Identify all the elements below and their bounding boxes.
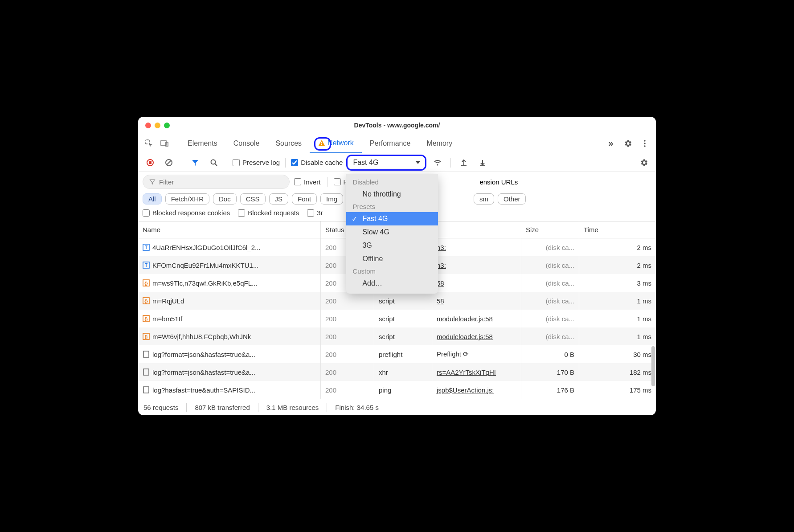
- request-initiator[interactable]: n3:: [432, 238, 521, 256]
- type-pill-css[interactable]: CSS: [240, 193, 266, 205]
- request-initiator[interactable]: rs=AA2YrTskXiTqHI: [432, 363, 521, 381]
- request-name: log?format=json&hasfast=true&a...: [152, 351, 255, 358]
- svg-rect-29: [143, 351, 149, 357]
- menu-header-custom: Custom: [346, 266, 438, 277]
- type-pill-all[interactable]: All: [143, 193, 162, 205]
- close-window-button[interactable]: [145, 123, 151, 128]
- third-party-checkbox[interactable]: 3r: [307, 209, 323, 217]
- request-size: (disk ca...: [521, 256, 579, 274]
- request-status: 200: [321, 345, 374, 363]
- svg-text:{}: {}: [144, 335, 148, 339]
- import-har-icon[interactable]: [475, 155, 490, 170]
- tab-elements[interactable]: Elements: [180, 134, 225, 153]
- font-file-icon: T: [143, 244, 150, 251]
- footer-finish: Finish: 34.65 s: [335, 404, 379, 411]
- preserve-log-checkbox[interactable]: Preserve log: [233, 159, 280, 166]
- request-size: (disk ca...: [521, 274, 579, 292]
- request-size: (disk ca...: [521, 327, 579, 345]
- tab-performance[interactable]: Performance: [362, 134, 419, 153]
- col-name[interactable]: Name: [138, 221, 321, 238]
- record-button[interactable]: [143, 155, 158, 170]
- request-name: 4UaRrENHsxJlGDuGo1OIlJfC6l_2...: [152, 244, 261, 251]
- filter-input[interactable]: [143, 175, 290, 189]
- inspect-element-icon[interactable]: [142, 136, 157, 151]
- svg-rect-3: [321, 142, 322, 143]
- footer-requests: 56 requests: [143, 404, 178, 411]
- tab-console[interactable]: Console: [225, 134, 268, 153]
- menu-item-offline[interactable]: Offline: [346, 252, 438, 266]
- script-file-icon: {}: [143, 315, 150, 322]
- menu-item-add[interactable]: Add…: [346, 277, 438, 290]
- request-initiator[interactable]: 58: [432, 292, 521, 310]
- request-initiator[interactable]: 58: [432, 274, 521, 292]
- request-time: 182 ms: [579, 363, 656, 381]
- footer-transferred: 807 kB transferred: [195, 404, 250, 411]
- table-row[interactable]: log?hasfast=true&auth=SAPISID...200pingj…: [138, 381, 656, 399]
- type-pill-wasm[interactable]: sm: [474, 193, 494, 205]
- request-initiator[interactable]: moduleloader.js:58: [432, 310, 521, 327]
- menu-item-no-throttling[interactable]: No throttling: [346, 188, 438, 201]
- type-pill-img[interactable]: Img: [320, 193, 343, 205]
- svg-text:T: T: [145, 263, 147, 268]
- minimize-window-button[interactable]: [155, 123, 160, 128]
- tab-sources[interactable]: Sources: [267, 134, 310, 153]
- request-time: 1 ms: [579, 292, 656, 310]
- request-name: m=Wt6vjf,hhhU8,FCpbqb,WhJNk: [152, 333, 251, 340]
- col-time[interactable]: Time: [579, 221, 656, 238]
- type-pill-doc[interactable]: Doc: [213, 193, 237, 205]
- font-file-icon: T: [143, 262, 150, 269]
- svg-rect-2: [166, 142, 168, 146]
- table-row[interactable]: {}m=RqjULd200script58(disk ca...1 ms: [138, 292, 656, 310]
- search-icon[interactable]: [206, 155, 221, 170]
- device-toolbar-icon[interactable]: [157, 136, 172, 151]
- invert-checkbox[interactable]: Invert: [294, 178, 321, 186]
- request-initiator[interactable]: n3:: [432, 256, 521, 274]
- col-size[interactable]: Size: [521, 221, 579, 238]
- request-name: log?format=json&hasfast=true&a...: [152, 368, 255, 376]
- request-initiator[interactable]: moduleloader.js:58: [432, 327, 521, 345]
- table-row[interactable]: log?format=json&hasfast=true&a...200xhrr…: [138, 363, 656, 381]
- type-pill-fetch-xhr[interactable]: Fetch/XHR: [165, 193, 209, 205]
- menu-item-3g[interactable]: 3G: [346, 239, 438, 252]
- request-initiator[interactable]: Preflight ⟳: [432, 345, 521, 363]
- blocked-requests-checkbox[interactable]: Blocked requests: [238, 209, 299, 217]
- svg-point-12: [211, 160, 216, 164]
- extension-urls-label-fragment: ension URLs: [479, 178, 518, 186]
- svg-rect-4: [321, 144, 322, 145]
- clear-button[interactable]: [161, 155, 176, 170]
- settings-icon[interactable]: [620, 136, 635, 151]
- menu-item-fast-4g[interactable]: Fast 4G: [346, 212, 438, 225]
- network-conditions-icon[interactable]: [430, 155, 445, 170]
- table-row[interactable]: log?format=json&hasfast=true&a...200pref…: [138, 345, 656, 363]
- type-pill-font[interactable]: Font: [292, 193, 317, 205]
- type-pill-js[interactable]: JS: [269, 193, 289, 205]
- blocked-response-cookies-checkbox[interactable]: Blocked response cookies: [143, 209, 230, 217]
- more-tabs-icon[interactable]: »: [603, 136, 618, 151]
- menu-header-disabled: Disabled: [346, 176, 438, 188]
- request-name: m=bm51tf: [152, 315, 182, 323]
- request-size: (disk ca...: [521, 292, 579, 310]
- throttling-select[interactable]: Fast 4G Disabled No throttling Presets F…: [346, 155, 426, 171]
- request-time: 3 ms: [579, 274, 656, 292]
- maximize-window-button[interactable]: [164, 123, 170, 128]
- export-har-icon[interactable]: [456, 155, 471, 170]
- kebab-menu-icon[interactable]: [637, 136, 652, 151]
- request-time: 2 ms: [579, 256, 656, 274]
- request-initiator[interactable]: jspb$UserAction.js:: [432, 381, 521, 399]
- menu-item-slow-4g[interactable]: Slow 4G: [346, 225, 438, 239]
- table-row[interactable]: {}m=bm51tf200scriptmoduleloader.js:58(di…: [138, 310, 656, 327]
- request-status: 200: [321, 292, 374, 310]
- svg-text:{}: {}: [144, 299, 148, 303]
- filter-toggle-icon[interactable]: [188, 155, 203, 170]
- svg-text:T: T: [145, 245, 147, 250]
- tab-memory[interactable]: Memory: [418, 134, 460, 153]
- table-row[interactable]: {}m=Wt6vjf,hhhU8,FCpbqb,WhJNk200scriptmo…: [138, 327, 656, 345]
- type-pill-other[interactable]: Other: [498, 193, 526, 205]
- disable-cache-checkbox[interactable]: Disable cache: [291, 159, 343, 166]
- request-size: (disk ca...: [521, 310, 579, 327]
- doc-file-icon: [143, 368, 150, 376]
- network-settings-icon[interactable]: [636, 155, 651, 170]
- request-time: 30 ms: [579, 345, 656, 363]
- scrollbar[interactable]: [651, 346, 655, 386]
- tab-network[interactable]: Network: [310, 134, 362, 153]
